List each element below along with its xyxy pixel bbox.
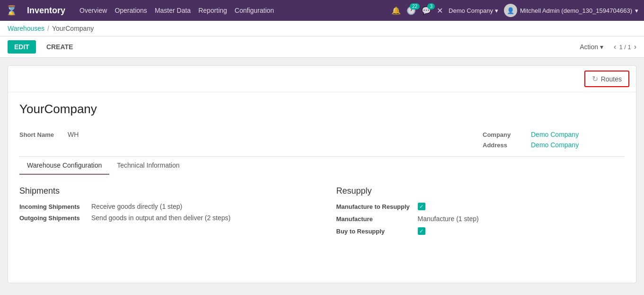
nav-links: Overview Operations Master Data Reportin… (79, 7, 382, 14)
routes-label: Routes (601, 75, 622, 83)
user-name: Mitchell Admin (demo_130_1594704663) (520, 7, 632, 14)
nav-configuration[interactable]: Configuration (235, 7, 274, 14)
resupply-section: Resupply Manufacture to Resupply ✓ Manuf… (336, 186, 625, 240)
record-title: YourCompany (19, 102, 625, 116)
resupply-title: Resupply (336, 186, 625, 196)
close-icon[interactable]: ✕ (437, 6, 443, 15)
action-label: Action (580, 43, 598, 51)
company-value[interactable]: Demo Company (531, 131, 579, 138)
company-field: Company Demo Company (483, 131, 625, 138)
breadcrumb-parent[interactable]: Warehouses (8, 25, 44, 32)
tabs-container: Warehouse Configuration Technical Inform… (19, 156, 625, 175)
manufacture-value: Manufacture (1 step) (418, 215, 479, 223)
incoming-value: Receive goods directly (1 step) (91, 203, 182, 210)
company-selector[interactable]: Demo Company ▾ (449, 7, 498, 14)
page-indicator: 1 / 1 (619, 44, 631, 51)
breadcrumb: Warehouses / YourCompany (0, 21, 644, 36)
nav-reporting[interactable]: Reporting (198, 7, 227, 14)
app-brand: Inventory (27, 6, 65, 16)
manufacture-to-resupply-row: Manufacture to Resupply ✓ (336, 203, 625, 210)
clock-badge: 22 (410, 3, 420, 9)
address-field: Address Demo Company (483, 141, 625, 149)
nav-master-data[interactable]: Master Data (155, 7, 191, 14)
outgoing-label: Outgoing Shipments (19, 215, 86, 222)
bell-icon[interactable]: 🔔 (391, 6, 401, 15)
incoming-shipments-row: Incoming Shipments Receive goods directl… (19, 203, 308, 210)
short-name-label: Short Name (19, 131, 62, 138)
user-chevron: ▾ (635, 7, 638, 14)
topnav-right: 🔔 🕐 22 💬 3 ✕ Demo Company ▾ 👤 Mitchell A… (391, 4, 638, 17)
manufacture-to-resupply-label: Manufacture to Resupply (336, 203, 412, 210)
manufacture-to-resupply-checkbox[interactable]: ✓ (418, 203, 425, 210)
pagination: ‹ 1 / 1 › (614, 43, 636, 51)
next-page-button[interactable]: › (634, 43, 636, 51)
toolbar: EDIT CREATE Action ▾ ‹ 1 / 1 › (0, 36, 644, 58)
fields-row: Short Name WH Company Demo Company Addre… (8, 131, 636, 156)
address-label: Address (483, 142, 525, 149)
manufacture-label: Manufacture (336, 215, 412, 223)
shipments-title: Shipments (19, 186, 308, 196)
record-card: ↻ Routes YourCompany Short Name WH Compa… (8, 65, 636, 283)
outgoing-value: Send goods in output and then deliver (2… (91, 214, 230, 222)
left-field-group: Short Name WH (19, 131, 79, 149)
prev-page-button[interactable]: ‹ (614, 43, 616, 51)
chat-badge: 3 (427, 3, 435, 9)
short-name-value: WH (68, 131, 79, 138)
address-value[interactable]: Demo Company (531, 141, 579, 149)
action-chevron: ▾ (600, 43, 603, 51)
breadcrumb-current: YourCompany (52, 25, 94, 32)
apps-grid-icon[interactable]: ⌛ (6, 5, 18, 16)
buy-to-resupply-label: Buy to Resupply (336, 228, 412, 235)
company-name: Demo Company (449, 7, 493, 14)
manufacture-row: Manufacture Manufacture (1 step) (336, 215, 625, 223)
topnav: ⌛ Inventory Overview Operations Master D… (0, 0, 644, 21)
nav-overview[interactable]: Overview (79, 7, 107, 14)
buy-to-resupply-row: Buy to Resupply ✓ (336, 227, 625, 235)
nav-operations[interactable]: Operations (115, 7, 147, 14)
user-avatar: 👤 (504, 4, 517, 17)
right-field-group: Company Demo Company Address Demo Compan… (483, 131, 625, 149)
company-chevron: ▾ (495, 7, 498, 14)
edit-button[interactable]: EDIT (8, 40, 36, 54)
routes-btn-container: ↻ Routes (8, 66, 636, 92)
user-menu[interactable]: 👤 Mitchell Admin (demo_130_1594704663) ▾ (504, 4, 638, 17)
record-header: YourCompany (8, 92, 636, 131)
main-content: ↻ Routes YourCompany Short Name WH Compa… (0, 58, 644, 291)
buy-to-resupply-checkbox[interactable]: ✓ (418, 227, 425, 235)
outgoing-shipments-row: Outgoing Shipments Send goods in output … (19, 214, 308, 222)
breadcrumb-separator: / (47, 25, 49, 32)
action-button[interactable]: Action ▾ (573, 40, 610, 54)
tab-content: Shipments Incoming Shipments Receive goo… (8, 175, 636, 251)
tab-warehouse-configuration[interactable]: Warehouse Configuration (19, 157, 109, 175)
clock-icon[interactable]: 🕐 22 (406, 6, 416, 15)
tab-technical-information[interactable]: Technical Information (109, 157, 187, 175)
shipments-section: Shipments Incoming Shipments Receive goo… (19, 186, 308, 240)
create-button[interactable]: CREATE (40, 40, 80, 54)
routes-icon: ↻ (592, 74, 598, 83)
chat-icon[interactable]: 💬 3 (422, 6, 431, 15)
company-label: Company (483, 131, 525, 138)
short-name-field: Short Name WH (19, 131, 79, 138)
incoming-label: Incoming Shipments (19, 203, 86, 210)
routes-button[interactable]: ↻ Routes (584, 71, 629, 87)
